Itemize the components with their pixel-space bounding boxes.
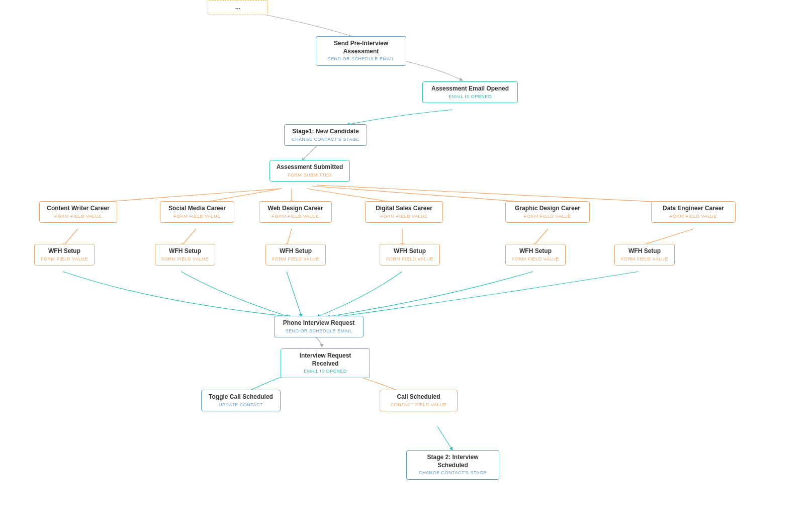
wfh-social-node[interactable]: WFH Setup FORM FIELD VALUE xyxy=(155,244,215,266)
toggle-call-node[interactable]: Toggle Call Scheduled UPDATE CONTACT xyxy=(201,390,281,411)
interview-received-node[interactable]: Interview Request Received EMAIL IS OPEN… xyxy=(281,348,370,378)
stage1-node[interactable]: Stage1: New Candidate CHANGE CONTACT'S S… xyxy=(284,124,367,146)
phone-interview-node[interactable]: Phone Interview Request SEND OR SCHEDULE… xyxy=(274,316,364,337)
wfh-graphic-node[interactable]: WFH Setup FORM FIELD VALUE xyxy=(505,244,566,266)
wfh-content-node[interactable]: WFH Setup FORM FIELD VALUE xyxy=(34,244,95,266)
wfh-digital-node[interactable]: WFH Setup FORM FIELD VALUE xyxy=(380,244,440,266)
workflow-canvas: ... Send Pre-Interview Assessment SEND O… xyxy=(0,0,812,527)
wfh-web-node[interactable]: WFH Setup FORM FIELD VALUE xyxy=(265,244,326,266)
graphic-design-node[interactable]: Graphic Design Career FORM FIELD VALUE xyxy=(505,201,590,223)
assessment-submitted-node[interactable]: Assessment Submitted FORM SUBMITTED xyxy=(269,160,350,182)
call-scheduled-node[interactable]: Call Scheduled CONTACT FIELD VALUE xyxy=(380,390,458,411)
data-engineer-node[interactable]: Data Engineer Career FORM FIELD VALUE xyxy=(651,201,736,223)
assessment-email-opened-node[interactable]: Assessment Email Opened EMAIL IS OPENED xyxy=(422,81,518,103)
stage2-node[interactable]: Stage 2: Interview Scheduled CHANGE CONT… xyxy=(406,450,499,480)
send-pre-interview-node[interactable]: Send Pre-Interview Assessment SEND OR SC… xyxy=(316,36,406,66)
social-media-node[interactable]: Social Media Career FORM FIELD VALUE xyxy=(160,201,234,223)
content-writer-node[interactable]: Content Writer Career FORM FIELD VALUE xyxy=(39,201,117,223)
digital-sales-node[interactable]: Digital Sales Career FORM FIELD VALUE xyxy=(365,201,443,223)
web-design-node[interactable]: Web Design Career FORM FIELD VALUE xyxy=(259,201,332,223)
top-node[interactable]: ... xyxy=(208,0,268,15)
wfh-data-node[interactable]: WFH Setup FORM FIELD VALUE xyxy=(614,244,675,266)
